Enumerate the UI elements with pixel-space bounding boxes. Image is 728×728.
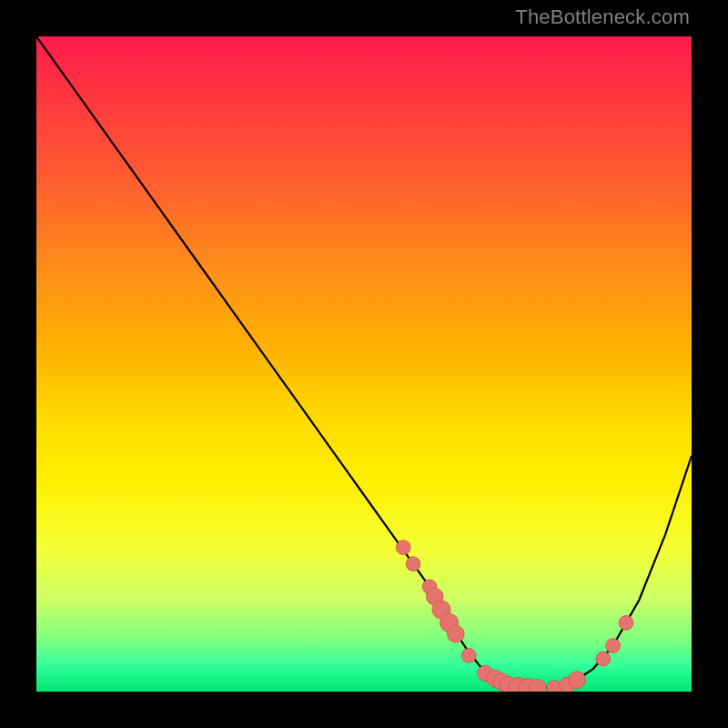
watermark-text: TheBottleneck.com <box>515 5 690 29</box>
chart-container: TheBottleneck.com <box>0 0 728 728</box>
plot-background <box>36 36 692 692</box>
